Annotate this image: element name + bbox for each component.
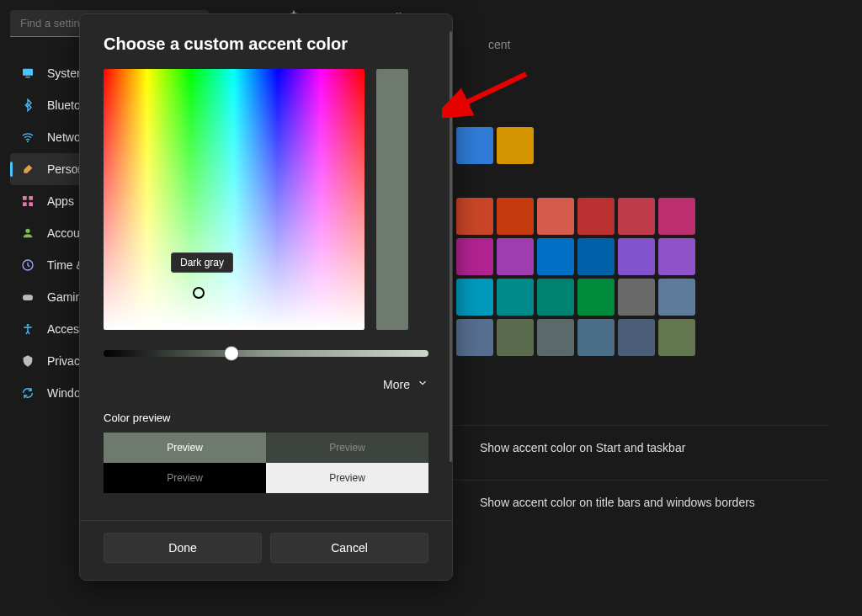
color-swatch[interactable]: [537, 238, 574, 275]
preview-cell: Preview: [104, 433, 266, 463]
update-icon: [20, 385, 35, 401]
svg-point-7: [25, 229, 29, 233]
color-swatch[interactable]: [577, 198, 615, 235]
network-icon: [20, 130, 35, 145]
svg-point-10: [27, 324, 29, 327]
color-picker-dialog: Choose a custom accent color Dark gray M…: [79, 13, 453, 581]
color-crosshair[interactable]: [193, 287, 205, 299]
color-swatch[interactable]: [456, 127, 493, 164]
dialog-title: Choose a custom accent color: [104, 35, 428, 54]
selected-color-chip: [376, 69, 408, 330]
preview-cell: Preview: [266, 463, 428, 493]
value-slider[interactable]: [104, 350, 428, 357]
color-swatch[interactable]: [456, 238, 493, 275]
color-swatch[interactable]: [618, 198, 655, 235]
sidebar-item-label: Apps: [47, 194, 74, 208]
apps-icon: [20, 194, 35, 209]
done-button[interactable]: Done: [104, 533, 262, 563]
more-toggle[interactable]: More: [104, 377, 428, 391]
color-tooltip: Dark gray: [171, 252, 233, 273]
color-swatch[interactable]: [456, 319, 493, 356]
color-swatch[interactable]: [577, 319, 615, 356]
color-swatch[interactable]: [497, 238, 534, 275]
gaming-icon: [20, 289, 35, 305]
saturation-area[interactable]: Dark gray: [104, 69, 364, 330]
svg-rect-4: [29, 196, 33, 200]
color-swatch[interactable]: [658, 198, 695, 235]
svg-rect-6: [29, 202, 33, 206]
color-swatch[interactable]: [497, 319, 534, 356]
preview-cell: Preview: [104, 463, 266, 493]
color-swatch[interactable]: [658, 279, 695, 316]
color-swatch[interactable]: [537, 319, 574, 356]
color-swatch[interactable]: [658, 319, 695, 356]
system-icon: [20, 66, 35, 81]
value-thumb[interactable]: [224, 346, 239, 361]
color-swatch[interactable]: [497, 198, 534, 235]
account-icon: [20, 226, 35, 241]
dialog-scrollbar[interactable]: [450, 31, 452, 462]
color-swatch[interactable]: [537, 198, 574, 235]
color-swatch[interactable]: [497, 127, 534, 164]
bluetooth-icon: [20, 98, 35, 113]
color-swatch[interactable]: [658, 238, 695, 275]
time-icon: [20, 258, 35, 273]
privacy-icon: [20, 353, 35, 369]
color-swatch[interactable]: [618, 238, 655, 275]
color-swatch[interactable]: [456, 198, 493, 235]
svg-point-2: [27, 141, 29, 142]
access-icon: [20, 321, 35, 337]
color-swatch[interactable]: [577, 238, 615, 275]
color-swatch[interactable]: [497, 279, 534, 316]
color-preview-label: Color preview: [104, 412, 428, 424]
color-swatch[interactable]: [618, 319, 655, 356]
brush-icon: [20, 162, 35, 177]
svg-rect-1: [25, 77, 29, 77]
color-swatch[interactable]: [537, 279, 574, 316]
svg-rect-3: [23, 196, 27, 200]
color-swatch[interactable]: [577, 279, 615, 316]
chevron-down-icon: [417, 377, 428, 391]
svg-rect-0: [23, 69, 33, 76]
color-swatch[interactable]: [618, 279, 655, 316]
svg-rect-9: [23, 295, 33, 300]
color-preview-grid: Preview Preview Preview Preview: [104, 433, 428, 493]
color-swatch[interactable]: [456, 279, 493, 316]
preview-cell: Preview: [266, 433, 428, 463]
cancel-button[interactable]: Cancel: [270, 533, 428, 563]
svg-rect-5: [23, 202, 27, 206]
